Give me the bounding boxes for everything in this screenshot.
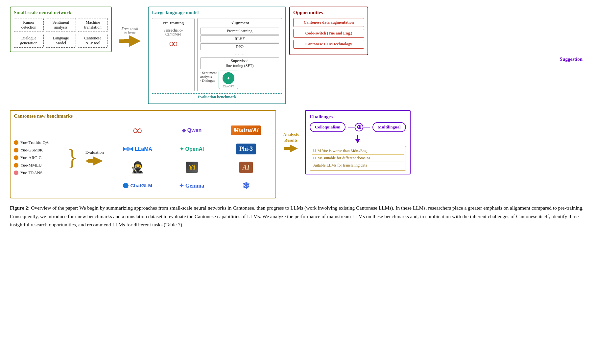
llama-text: ⋈⋈ LLaMA bbox=[123, 146, 152, 152]
benchmarks-title: Cantonese new benchmarks bbox=[14, 113, 272, 119]
analysis-arrow bbox=[284, 145, 298, 152]
logo-openai: ✦ OpenAI bbox=[166, 141, 218, 157]
challenge-item-1: LLM Yue is worse than Mdn./Eng. bbox=[312, 148, 404, 155]
opp-item-3: Cantonese LLM technology bbox=[293, 40, 364, 49]
suggestion-row: Suggestion bbox=[289, 57, 585, 62]
small-nn-title: Small-scale neural network bbox=[14, 10, 108, 15]
mistral-text: MistralAI bbox=[231, 125, 261, 135]
chatgpt-label: ChatGPT bbox=[220, 85, 237, 88]
nn-cell-5: LanguageModel bbox=[46, 34, 76, 48]
challenges-box: Challenges Colloquialism ⊕ Multilingual bbox=[305, 110, 411, 174]
llm-box: Large language model Pre-training Sensec… bbox=[148, 7, 286, 104]
bench-label-1: Yue-TruthfulQA bbox=[20, 140, 49, 145]
nn-cell-2: Sentimentanalysis bbox=[46, 18, 76, 32]
gemma-text: ✦ Gemma bbox=[179, 182, 204, 189]
bench-arrow-col: Evaluation bbox=[80, 147, 109, 169]
llm-alignment-section: Alignment Prompt learning RLHF DPO … … S… bbox=[197, 18, 282, 91]
bench-dot-4 bbox=[14, 163, 18, 168]
figure-label: Figure 2: bbox=[10, 205, 30, 211]
opp-item-2: Code-switch (Yue and Eng.) bbox=[293, 29, 364, 38]
bench-inner: Yue-TruthfulQA Yue-GSM8K Yue-ARC-C Yue-M… bbox=[14, 122, 272, 194]
logos-grid: ∞ ◆ Qwen MistralAI ⋈⋈ LLaMA ✦ OpenAI Phi… bbox=[111, 122, 272, 194]
diagram-top-row: Small-scale neural network Rumordetectio… bbox=[10, 7, 585, 104]
phi3-text: Phi-3 bbox=[236, 144, 256, 154]
small-to-large-arrow-col: From smallto large bbox=[115, 7, 145, 47]
logo-snowflake: ❄ bbox=[220, 177, 272, 194]
chatglm-text: 🔵 ChatGLM bbox=[123, 183, 152, 189]
bench-dot-5 bbox=[14, 171, 18, 175]
logo-llama: ⋈⋈ LLaMA bbox=[111, 141, 164, 157]
big-arrow-right bbox=[129, 35, 141, 47]
sensechat-infinity: ∞ bbox=[133, 123, 142, 137]
challenge-oval-colloquialism: Colloquialism bbox=[310, 122, 345, 132]
bench-label-4: Yue-MMLU bbox=[20, 163, 42, 168]
yi-text: Yi bbox=[186, 162, 198, 173]
suggestion-label: Suggestion bbox=[560, 57, 583, 62]
bench-list: Yue-TruthfulQA Yue-GSM8K Yue-ARC-C Yue-M… bbox=[14, 140, 65, 175]
bench-dot-2 bbox=[14, 148, 18, 152]
logo-qwen: ◆ Qwen bbox=[166, 122, 218, 139]
logo-mistral: MistralAI bbox=[220, 122, 272, 139]
challenge-oval-multilingual: Multilingual bbox=[372, 122, 406, 132]
chatgpt-box: ✦ ChatGPT bbox=[219, 71, 238, 89]
vert-arrowhead bbox=[355, 139, 360, 143]
alignment-items-list: Prompt learning RLHF DPO … … Supervisedf… bbox=[200, 28, 279, 69]
bench-label-5: Yue-TRANS bbox=[20, 170, 42, 175]
bench-item-3: Yue-ARC-C bbox=[14, 155, 65, 160]
align-item-sft: Supervisedfine-tuning (SFT) bbox=[200, 57, 279, 69]
align-item-prompt: Prompt learning bbox=[200, 28, 279, 34]
bench-label-3: Yue-ARC-C bbox=[20, 155, 41, 160]
bench-dot-3 bbox=[14, 155, 18, 160]
snowflake-icon: ❄ bbox=[242, 180, 250, 191]
nn-cell-3: Machinetranslation bbox=[78, 18, 108, 32]
alignment-title: Alignment bbox=[200, 20, 279, 26]
vertical-arrow-wrapper bbox=[310, 135, 406, 143]
sentiment-col: · Sentiment analysis· Dialogue bbox=[200, 71, 217, 89]
challenges-top-row: Colloquialism ⊕ Multilingual bbox=[310, 122, 406, 132]
openai-text: ✦ OpenAI bbox=[179, 146, 204, 152]
align-item-rlhf: RLHF bbox=[200, 35, 279, 42]
challenges-col: AnalysisResults Challenges Colloquialism… bbox=[279, 110, 411, 174]
bench-item-4: Yue-MMLU bbox=[14, 163, 65, 168]
logo-chatglm: 🔵 ChatGLM bbox=[111, 177, 164, 194]
bench-item-1: Yue-TruthfulQA bbox=[14, 140, 65, 145]
vert-line bbox=[357, 135, 358, 139]
plus-circle: ⊕ bbox=[355, 123, 363, 131]
nn-cell-6: CantoneseNLP tool bbox=[78, 34, 108, 48]
nn-cell-4: Dialoguegeneration bbox=[14, 34, 44, 48]
challenge-item-3: Suitable LLMs for translating data bbox=[312, 162, 404, 169]
chatgpt-icon: ✦ bbox=[223, 72, 234, 84]
pretrain-title: Pre-training bbox=[155, 20, 192, 26]
qwen-text: ◆ Qwen bbox=[182, 127, 202, 133]
infinity-icon: ∞ bbox=[155, 37, 192, 49]
challenges-title: Challenges bbox=[310, 114, 406, 120]
llm-alignment-bottom: · Sentiment analysis· Dialogue ✦ ChatGPT bbox=[200, 71, 279, 89]
logo-gemma: ✦ Gemma bbox=[166, 177, 218, 194]
challenges-inner: Colloquialism ⊕ Multilingual bbox=[310, 122, 406, 171]
logo-yi: Yi bbox=[166, 159, 218, 175]
llm-pretrain-section: Pre-training Sensechat-5-Cantonese ∞ bbox=[152, 18, 195, 91]
sensechat-label: Sensechat-5-Cantonese bbox=[155, 28, 192, 36]
bench-arrow-label: Evaluation bbox=[85, 150, 104, 155]
caption-text: Overview of the paper: We begin by summa… bbox=[10, 205, 583, 227]
bottom-row: Cantonese new benchmarks Yue-TruthfulQA … bbox=[10, 110, 585, 198]
figure-caption: Figure 2: Overview of the paper: We begi… bbox=[10, 204, 585, 229]
opp-item-1: Cantonese data augmentation bbox=[293, 18, 364, 27]
ninja-emoji: 🥷 bbox=[131, 161, 144, 174]
arrow-label: From smallto large bbox=[122, 26, 138, 34]
plus-right-line bbox=[363, 127, 370, 127]
logo-ninja: 🥷 bbox=[111, 159, 164, 175]
top-right-col: Opportunities Cantonese data augmentatio… bbox=[289, 7, 585, 62]
bench-arrow bbox=[93, 156, 103, 166]
logo-ai: AI bbox=[220, 159, 272, 175]
bench-dot-1 bbox=[14, 140, 18, 145]
analysis-arrowhead bbox=[290, 145, 298, 152]
logo-sensechat: ∞ bbox=[111, 122, 164, 139]
vertical-arrow bbox=[355, 135, 360, 143]
challenge-items-box: LLM Yue is worse than Mdn./Eng. LLMs sui… bbox=[310, 146, 406, 171]
opportunities-title: Opportunities bbox=[293, 10, 364, 15]
nn-cell-1: Rumordetection bbox=[14, 18, 44, 32]
bench-label-2: Yue-GSM8K bbox=[20, 148, 43, 153]
brace-right: } bbox=[67, 146, 78, 169]
analysis-results-label: AnalysisResults bbox=[279, 132, 302, 143]
